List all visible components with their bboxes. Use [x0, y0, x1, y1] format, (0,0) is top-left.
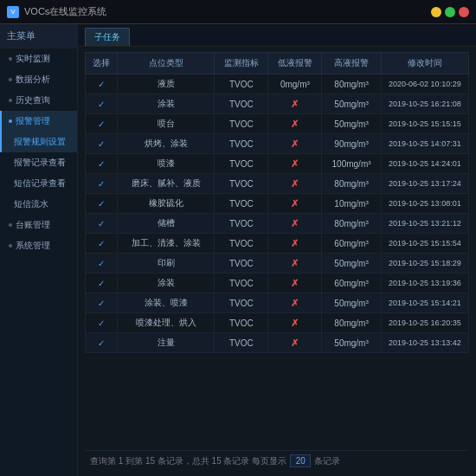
pagination-info: 查询第 1 到第 15 条记录，总共 15 条记录 每页显示 — [90, 455, 286, 467]
cell-time: 2019-10-25 13:08:01 — [381, 194, 468, 214]
checkbox-icon: ✓ — [98, 119, 105, 129]
cell-check[interactable]: ✓ — [86, 134, 118, 154]
cell-check[interactable]: ✓ — [86, 333, 118, 353]
checkbox-icon: ✓ — [98, 318, 105, 328]
x-icon: ✗ — [291, 99, 299, 109]
alarm-table: 选择 点位类型 监测指标 低液报警 高液报警 修改时间 ✓液质TVOC0mg/m… — [85, 52, 469, 353]
cell-metric: TVOC — [215, 313, 268, 333]
checkbox-icon: ✓ — [98, 219, 105, 228]
tab-subtask[interactable]: 子任务 — [85, 28, 130, 46]
cell-check[interactable]: ✓ — [86, 74, 118, 94]
cell-type: 烘烤、涂装 — [117, 134, 215, 154]
cell-type: 加工、清漆、涂装 — [117, 234, 215, 254]
cell-type: 喷漆 — [117, 154, 215, 174]
app-title: VOCs在线监控系统 — [24, 5, 106, 18]
sidebar-item-alarm-rule[interactable]: 报警规则设置 — [0, 132, 77, 152]
cell-metric: TVOC — [215, 214, 268, 234]
checkbox-icon: ✓ — [98, 80, 105, 89]
cell-time: 2020-06-02 10:10:29 — [381, 74, 468, 94]
checkbox-icon: ✓ — [98, 179, 105, 189]
cell-metric: TVOC — [215, 114, 268, 134]
sidebar-item-history[interactable]: 历史查询 — [0, 90, 77, 111]
cell-high-alarm: 50mg/m³ — [322, 293, 381, 313]
sidebar-item-system[interactable]: 系统管理 — [0, 235, 77, 256]
x-icon: ✗ — [291, 158, 299, 169]
x-icon: ✗ — [291, 178, 299, 189]
checkbox-icon: ✓ — [98, 199, 105, 209]
app-logo: V — [7, 6, 19, 18]
table-row: ✓加工、清漆、涂装TVOC✗60mg/m³2019-10-25 15:15:54 — [86, 234, 469, 254]
cell-time: 2019-10-25 15:15:54 — [381, 234, 468, 254]
cell-low-alarm: 0mg/m³ — [268, 74, 322, 94]
table-header-row: 选择 点位类型 监测指标 低液报警 高液报警 修改时间 — [86, 53, 469, 74]
cell-check[interactable]: ✓ — [86, 154, 118, 174]
cell-type: 喷漆处理、烘入 — [117, 313, 215, 333]
cell-time: 2019-10-25 16:20:35 — [381, 313, 468, 333]
cell-low-alarm: ✗ — [268, 273, 322, 293]
sidebar-item-analysis[interactable]: 数据分析 — [0, 69, 77, 90]
table-row: ✓涂装TVOC✗60mg/m³2019-10-25 13:19:36 — [86, 273, 469, 293]
cell-high-alarm: 60mg/m³ — [322, 234, 381, 254]
cell-metric: TVOC — [215, 74, 268, 94]
cell-low-alarm: ✗ — [268, 114, 322, 134]
table-row: ✓喷台TVOC✗50mg/m³2019-10-25 15:15:15 — [86, 114, 469, 134]
sidebar-item-sms-record[interactable]: 短信记录查看 — [0, 173, 77, 194]
sidebar-item-ledger[interactable]: 台账管理 — [0, 215, 77, 235]
cell-low-alarm: ✗ — [268, 333, 322, 353]
sidebar-item-alarm[interactable]: 报警管理 — [0, 111, 77, 132]
close-button[interactable] — [459, 7, 469, 17]
sidebar-item-alarm-record[interactable]: 报警记录查看 — [0, 152, 77, 173]
sidebar-item-sms-flow[interactable]: 短信流水 — [0, 194, 77, 215]
cell-check[interactable]: ✓ — [86, 94, 118, 114]
sidebar-item-realtime[interactable]: 实时监测 — [0, 48, 77, 69]
cell-check[interactable]: ✓ — [86, 254, 118, 273]
cell-check[interactable]: ✓ — [86, 293, 118, 313]
table-row: ✓磨床、腻补、液质TVOC✗80mg/m³2019-10-25 13:17:24 — [86, 174, 469, 194]
col-metric: 监测指标 — [215, 53, 268, 74]
col-high-alarm: 高液报警 — [322, 53, 381, 74]
cell-time: 2019-10-25 14:07:31 — [381, 134, 468, 154]
cell-low-alarm: ✗ — [268, 154, 322, 174]
x-icon: ✗ — [291, 298, 299, 308]
cell-type: 储槽 — [117, 214, 215, 234]
dot-icon — [9, 78, 12, 81]
cell-check[interactable]: ✓ — [86, 234, 118, 254]
x-icon: ✗ — [291, 218, 299, 228]
window-controls — [431, 7, 469, 17]
checkbox-icon: ✓ — [98, 299, 105, 308]
minimize-button[interactable] — [431, 7, 441, 17]
cell-metric: TVOC — [215, 293, 268, 313]
table-row: ✓喷漆处理、烘入TVOC✗80mg/m³2019-10-25 16:20:35 — [86, 313, 469, 333]
cell-check[interactable]: ✓ — [86, 214, 118, 234]
dot-icon — [9, 119, 12, 123]
cell-high-alarm: 50mg/m³ — [322, 94, 381, 114]
sidebar: 主菜单 实时监测 数据分析 历史查询 报警管理 报警规则设置 报警记录查看 短信… — [0, 24, 78, 476]
table-row: ✓橡胶硫化TVOC✗10mg/m³2019-10-25 13:08:01 — [86, 194, 469, 214]
cell-metric: TVOC — [215, 154, 268, 174]
dot-icon — [9, 223, 12, 227]
cell-high-alarm: 100mg/m³ — [322, 154, 381, 174]
cell-type: 液质 — [117, 74, 215, 94]
cell-time: 2019-10-25 15:14:21 — [381, 293, 468, 313]
page-size-input[interactable] — [290, 454, 311, 467]
cell-check[interactable]: ✓ — [86, 114, 118, 134]
cell-check[interactable]: ✓ — [86, 174, 118, 194]
x-icon: ✗ — [291, 238, 299, 248]
cell-metric: TVOC — [215, 174, 268, 194]
cell-check[interactable]: ✓ — [86, 194, 118, 214]
x-icon: ✗ — [291, 338, 299, 348]
cell-low-alarm: ✗ — [268, 313, 322, 333]
maximize-button[interactable] — [445, 7, 455, 17]
cell-low-alarm: ✗ — [268, 293, 322, 313]
x-icon: ✗ — [291, 138, 299, 149]
cell-high-alarm: 60mg/m³ — [322, 273, 381, 293]
cell-high-alarm: 10mg/m³ — [322, 194, 381, 214]
cell-check[interactable]: ✓ — [86, 313, 118, 333]
x-icon: ✗ — [291, 119, 299, 129]
x-icon: ✗ — [291, 258, 299, 268]
cell-check[interactable]: ✓ — [86, 273, 118, 293]
table-row: ✓印刷TVOC✗50mg/m³2019-10-25 15:18:29 — [86, 254, 469, 273]
cell-type: 印刷 — [117, 254, 215, 273]
pagination-unit: 条记录 — [314, 455, 340, 467]
table-row: ✓注量TVOC✗50mg/m³2019-10-25 13:13:42 — [86, 333, 469, 353]
